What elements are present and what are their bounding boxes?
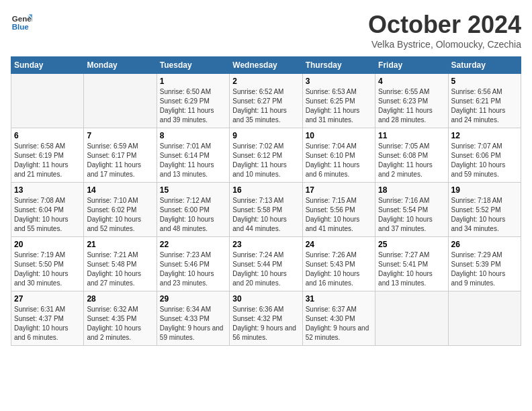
day-number: 16	[232, 185, 299, 195]
calendar-cell: 2Sunrise: 6:52 AM Sunset: 6:27 PM Daylig…	[230, 74, 302, 128]
svg-text:Blue: Blue	[12, 23, 30, 31]
calendar-cell: 16Sunrise: 7:13 AM Sunset: 5:58 PM Dayli…	[230, 183, 302, 237]
day-number: 21	[87, 240, 153, 249]
day-info: Sunrise: 7:18 AM Sunset: 5:52 PM Dayligh…	[451, 196, 518, 234]
calendar-header-row: SundayMondayTuesdayWednesdayThursdayFrid…	[11, 57, 521, 74]
day-info: Sunrise: 7:26 AM Sunset: 5:43 PM Dayligh…	[306, 250, 372, 288]
day-number: 7	[87, 131, 153, 140]
calendar-week-1: 1Sunrise: 6:50 AM Sunset: 6:29 PM Daylig…	[11, 74, 521, 128]
day-info: Sunrise: 6:58 AM Sunset: 6:19 PM Dayligh…	[14, 142, 81, 179]
day-info: Sunrise: 7:21 AM Sunset: 5:48 PM Dayligh…	[87, 250, 153, 288]
calendar-cell: 7Sunrise: 6:59 AM Sunset: 6:17 PM Daylig…	[84, 128, 157, 183]
day-info: Sunrise: 7:16 AM Sunset: 5:54 PM Dayligh…	[378, 196, 445, 234]
day-info: Sunrise: 6:32 AM Sunset: 4:35 PM Dayligh…	[87, 305, 153, 342]
day-number: 14	[87, 185, 153, 195]
day-number: 12	[451, 131, 518, 140]
calendar-cell: 27Sunrise: 6:31 AM Sunset: 4:37 PM Dayli…	[11, 291, 84, 346]
day-info: Sunrise: 7:08 AM Sunset: 6:04 PM Dayligh…	[14, 196, 81, 234]
calendar-cell: 9Sunrise: 7:02 AM Sunset: 6:12 PM Daylig…	[230, 128, 302, 183]
svg-text:General: General	[12, 15, 32, 23]
day-info: Sunrise: 6:52 AM Sunset: 6:27 PM Dayligh…	[232, 87, 299, 125]
weekday-header-friday: Friday	[375, 57, 448, 74]
calendar-cell: 15Sunrise: 7:12 AM Sunset: 6:00 PM Dayli…	[157, 183, 229, 237]
calendar-cell: 22Sunrise: 7:23 AM Sunset: 5:46 PM Dayli…	[157, 237, 229, 291]
day-number: 19	[451, 185, 518, 195]
weekday-header-tuesday: Tuesday	[157, 57, 229, 74]
calendar-cell: 5Sunrise: 6:56 AM Sunset: 6:21 PM Daylig…	[448, 74, 521, 128]
weekday-header-sunday: Sunday	[11, 57, 84, 74]
calendar-cell: 18Sunrise: 7:16 AM Sunset: 5:54 PM Dayli…	[375, 183, 448, 237]
day-number: 15	[160, 185, 226, 195]
title-block: October 2024 Velka Bystrice, Olomoucky, …	[368, 11, 521, 50]
day-info: Sunrise: 7:10 AM Sunset: 6:02 PM Dayligh…	[87, 196, 153, 234]
calendar-week-2: 6Sunrise: 6:58 AM Sunset: 6:19 PM Daylig…	[11, 128, 521, 183]
day-number: 17	[306, 185, 372, 195]
calendar-week-5: 27Sunrise: 6:31 AM Sunset: 4:37 PM Dayli…	[11, 291, 521, 346]
day-number: 5	[451, 77, 518, 86]
calendar-cell	[11, 74, 84, 128]
day-number: 30	[232, 294, 299, 304]
calendar-cell: 4Sunrise: 6:55 AM Sunset: 6:23 PM Daylig…	[375, 74, 448, 128]
weekday-header-wednesday: Wednesday	[230, 57, 302, 74]
day-info: Sunrise: 6:34 AM Sunset: 4:33 PM Dayligh…	[160, 305, 226, 342]
weekday-header-monday: Monday	[84, 57, 157, 74]
day-info: Sunrise: 7:05 AM Sunset: 6:08 PM Dayligh…	[378, 142, 445, 179]
day-number: 2	[232, 77, 299, 86]
day-info: Sunrise: 6:37 AM Sunset: 4:30 PM Dayligh…	[306, 305, 372, 342]
day-info: Sunrise: 7:13 AM Sunset: 5:58 PM Dayligh…	[232, 196, 299, 234]
calendar-cell: 28Sunrise: 6:32 AM Sunset: 4:35 PM Dayli…	[84, 291, 157, 346]
day-number: 18	[378, 185, 445, 195]
calendar-cell	[84, 74, 157, 128]
day-number: 3	[306, 77, 372, 86]
day-number: 8	[160, 131, 226, 140]
calendar-cell	[375, 291, 448, 346]
day-number: 29	[160, 294, 226, 304]
day-number: 10	[306, 131, 372, 140]
calendar-cell: 30Sunrise: 6:36 AM Sunset: 4:32 PM Dayli…	[230, 291, 302, 346]
calendar-cell	[448, 291, 521, 346]
calendar-cell: 21Sunrise: 7:21 AM Sunset: 5:48 PM Dayli…	[84, 237, 157, 291]
day-info: Sunrise: 6:59 AM Sunset: 6:17 PM Dayligh…	[87, 142, 153, 179]
day-info: Sunrise: 7:07 AM Sunset: 6:06 PM Dayligh…	[451, 142, 518, 179]
weekday-header-saturday: Saturday	[448, 57, 521, 74]
day-number: 13	[14, 185, 81, 195]
day-info: Sunrise: 7:12 AM Sunset: 6:00 PM Dayligh…	[160, 196, 226, 234]
day-info: Sunrise: 6:31 AM Sunset: 4:37 PM Dayligh…	[14, 305, 81, 342]
calendar-cell: 11Sunrise: 7:05 AM Sunset: 6:08 PM Dayli…	[375, 128, 448, 183]
calendar-table: SundayMondayTuesdayWednesdayThursdayFrid…	[11, 56, 521, 346]
calendar-cell: 29Sunrise: 6:34 AM Sunset: 4:33 PM Dayli…	[157, 291, 229, 346]
day-number: 28	[87, 294, 153, 304]
day-number: 11	[378, 131, 445, 140]
day-info: Sunrise: 7:29 AM Sunset: 5:39 PM Dayligh…	[451, 250, 518, 288]
day-number: 6	[14, 131, 81, 140]
day-number: 9	[232, 131, 299, 140]
day-info: Sunrise: 7:01 AM Sunset: 6:14 PM Dayligh…	[160, 142, 226, 179]
day-info: Sunrise: 6:56 AM Sunset: 6:21 PM Dayligh…	[451, 87, 518, 125]
day-info: Sunrise: 7:27 AM Sunset: 5:41 PM Dayligh…	[378, 250, 445, 288]
day-info: Sunrise: 7:15 AM Sunset: 5:56 PM Dayligh…	[306, 196, 372, 234]
day-number: 25	[378, 240, 445, 249]
day-info: Sunrise: 7:24 AM Sunset: 5:44 PM Dayligh…	[232, 250, 299, 288]
location-subtitle: Velka Bystrice, Olomoucky, Czechia	[368, 39, 521, 50]
calendar-cell: 19Sunrise: 7:18 AM Sunset: 5:52 PM Dayli…	[448, 183, 521, 237]
day-number: 31	[306, 294, 372, 304]
day-info: Sunrise: 6:50 AM Sunset: 6:29 PM Dayligh…	[160, 87, 226, 125]
day-number: 20	[14, 240, 81, 249]
day-number: 23	[232, 240, 299, 249]
calendar-cell: 25Sunrise: 7:27 AM Sunset: 5:41 PM Dayli…	[375, 237, 448, 291]
day-info: Sunrise: 7:23 AM Sunset: 5:46 PM Dayligh…	[160, 250, 226, 288]
day-info: Sunrise: 7:04 AM Sunset: 6:10 PM Dayligh…	[306, 142, 372, 179]
month-title: October 2024	[368, 11, 521, 39]
day-info: Sunrise: 7:19 AM Sunset: 5:50 PM Dayligh…	[14, 250, 81, 288]
calendar-cell: 8Sunrise: 7:01 AM Sunset: 6:14 PM Daylig…	[157, 128, 229, 183]
calendar-cell: 12Sunrise: 7:07 AM Sunset: 6:06 PM Dayli…	[448, 128, 521, 183]
calendar-week-3: 13Sunrise: 7:08 AM Sunset: 6:04 PM Dayli…	[11, 183, 521, 237]
calendar-cell: 3Sunrise: 6:53 AM Sunset: 6:25 PM Daylig…	[302, 74, 375, 128]
day-info: Sunrise: 6:55 AM Sunset: 6:23 PM Dayligh…	[378, 87, 445, 125]
calendar-cell: 1Sunrise: 6:50 AM Sunset: 6:29 PM Daylig…	[157, 74, 229, 128]
calendar-cell: 23Sunrise: 7:24 AM Sunset: 5:44 PM Dayli…	[230, 237, 302, 291]
weekday-header-thursday: Thursday	[302, 57, 375, 74]
calendar-cell: 6Sunrise: 6:58 AM Sunset: 6:19 PM Daylig…	[11, 128, 84, 183]
day-number: 26	[451, 240, 518, 249]
calendar-week-4: 20Sunrise: 7:19 AM Sunset: 5:50 PM Dayli…	[11, 237, 521, 291]
